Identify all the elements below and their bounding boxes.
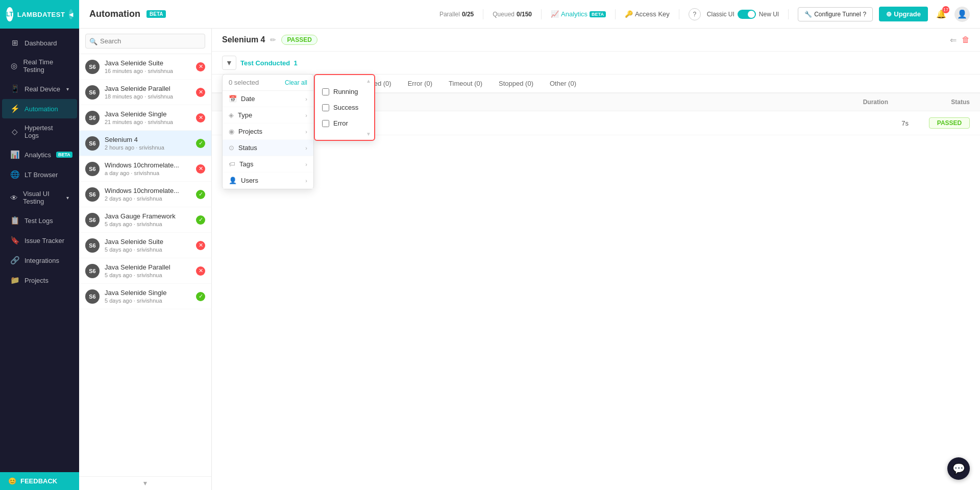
- upgrade-label: Upgrade: [894, 10, 921, 18]
- divider: [615, 9, 616, 19]
- logo-icon: LT: [6, 7, 13, 21]
- tab-stopped[interactable]: Stopped (0): [491, 75, 542, 93]
- sidebar-item-projects[interactable]: 📁 Projects: [2, 271, 77, 290]
- test-meta: 18 minutes ago · srivishnua: [105, 93, 191, 100]
- help-button[interactable]: ?: [689, 8, 701, 20]
- upgrade-plus-icon: ⊕: [886, 10, 892, 18]
- status-option-success[interactable]: Success: [315, 100, 374, 115]
- filter-users-label: Users: [241, 177, 258, 184]
- test-conducted-label: Test Conducted 1: [240, 59, 298, 67]
- list-item[interactable]: S6 Java Selenide Suite 5 days ago · sriv…: [79, 233, 211, 258]
- list-item[interactable]: S6 Selenium 4 2 hours ago · srivishnua ✓: [79, 131, 211, 156]
- edit-suite-button[interactable]: ✏: [270, 36, 276, 44]
- running-checkbox[interactable]: [322, 88, 329, 95]
- list-item[interactable]: S6 Java Selenide Single 5 days ago · sri…: [79, 284, 211, 309]
- sidebar-item-label: Visual UI Testing: [23, 190, 61, 205]
- filter-status-label: Status: [238, 144, 257, 152]
- analytics-line-icon: 📈: [551, 10, 559, 18]
- filter-users-item[interactable]: 👤 Users ›: [223, 173, 313, 189]
- sidebar-item-real-time-testing[interactable]: ◎ Real Time Testing: [2, 53, 77, 79]
- list-item[interactable]: S6 Windows 10chromelate... a day ago · s…: [79, 156, 211, 182]
- configure-tunnel-button[interactable]: 🔧 Configure Tunnel ?: [798, 7, 873, 21]
- col-status-header: Status: [909, 99, 970, 106]
- list-item[interactable]: S6 Java Selenide Single 21 minutes ago ·…: [79, 105, 211, 131]
- sidebar-item-dashboard[interactable]: ⊞ Dashboard: [2, 33, 77, 53]
- ui-toggle-area: Classic UI New UI: [707, 10, 779, 19]
- filter-type-label: Type: [238, 111, 252, 119]
- access-key-button[interactable]: 🔑 Access Key: [625, 10, 670, 18]
- upgrade-button[interactable]: ⊕ Upgrade: [879, 7, 928, 21]
- feedback-button[interactable]: 😊 FEEDBACK: [0, 472, 79, 490]
- sidebar-item-integrations[interactable]: 🔗 Integrations: [2, 251, 77, 270]
- sidebar-item-hypertest-logs[interactable]: ◇ Hypertest Logs: [2, 119, 77, 144]
- analytics-button[interactable]: 📈 Analytics BETA: [551, 10, 606, 18]
- status-dot: ✕: [196, 88, 205, 97]
- selected-count: 0 selected: [229, 79, 259, 86]
- filter-type-item[interactable]: ◈ Type ›: [223, 107, 313, 124]
- automation-icon: ⚡: [10, 104, 19, 113]
- test-meta: 2 days ago · srivishnua: [105, 195, 191, 202]
- filter-button[interactable]: ▼: [222, 56, 236, 70]
- list-item[interactable]: S6 Java Selenide Suite 16 minutes ago · …: [79, 54, 211, 80]
- filter-date-item[interactable]: 📅 Date ›: [223, 91, 313, 107]
- search-input[interactable]: [85, 34, 205, 48]
- error-checkbox[interactable]: [322, 120, 329, 127]
- list-item[interactable]: S6 Java Gauge Framework 5 days ago · sri…: [79, 207, 211, 233]
- user-icon: 👤: [957, 9, 967, 19]
- logo-text: LAMBDATEST: [17, 11, 65, 18]
- list-panel: 🔍 S6 Java Selenide Suite 16 minutes ago …: [79, 29, 212, 490]
- clear-all-button[interactable]: Clear all: [285, 79, 307, 86]
- tab-error[interactable]: Error (0): [400, 75, 440, 93]
- sidebar-item-real-device[interactable]: 📱 Real Device ▾: [2, 79, 77, 99]
- sidebar-item-test-logs[interactable]: 📋 Test Logs: [2, 211, 77, 230]
- share-button[interactable]: ⇐: [950, 35, 957, 45]
- avatar: S6: [85, 136, 100, 151]
- tab-timeout[interactable]: Timeout (0): [440, 75, 491, 93]
- test-meta: 5 days ago · srivishnua: [105, 221, 191, 227]
- sidebar-item-analytics[interactable]: 📊 Analytics BETA: [2, 145, 77, 164]
- list-item[interactable]: S6 Java Selenide Parallel 18 minutes ago…: [79, 80, 211, 105]
- lt-browser-icon: 🌐: [10, 170, 19, 179]
- analytics-label: Analytics: [561, 10, 587, 18]
- col-duration-header: Duration: [847, 99, 909, 106]
- analytics-icon: 📊: [10, 150, 19, 159]
- filter-projects-label: Projects: [238, 128, 262, 135]
- parallel-label: Parallel: [439, 11, 460, 18]
- chat-widget-button[interactable]: 💬: [947, 457, 970, 480]
- test-meta: 2 hours ago · srivishnua: [105, 144, 191, 151]
- list-scroll-down-button[interactable]: ▼: [79, 476, 211, 490]
- test-name: Java Selenide Single: [105, 289, 191, 297]
- tab-other[interactable]: Other (0): [542, 75, 584, 93]
- sidebar-item-issue-tracker[interactable]: 🔖 Issue Tracker: [2, 231, 77, 250]
- divider: [483, 9, 483, 19]
- queued-label: Queued: [493, 11, 514, 18]
- status-option-running[interactable]: Running: [315, 84, 374, 100]
- filter-status-item[interactable]: ⊙ Status ›: [223, 140, 313, 156]
- chevron-right-icon: ›: [305, 129, 307, 135]
- sidebar-item-lt-browser[interactable]: 🌐 LT Browser: [2, 165, 77, 184]
- filter-tags-item[interactable]: 🏷 Tags ›: [223, 156, 313, 173]
- delete-button[interactable]: 🗑: [962, 35, 970, 44]
- sidebar-item-visual-ui-testing[interactable]: 👁 Visual UI Testing ▾: [2, 185, 77, 210]
- integrations-icon: 🔗: [10, 256, 19, 265]
- new-ui-label: New UI: [759, 11, 779, 18]
- collapse-sidebar-button[interactable]: ◀: [69, 9, 73, 19]
- chat-icon: 💬: [952, 462, 965, 475]
- chevron-right-icon: ›: [305, 178, 307, 184]
- suite-header: Selenium 4 ✏ PASSED ⇐ 🗑: [212, 29, 980, 52]
- analytics-beta-badge: BETA: [56, 152, 72, 158]
- list-item[interactable]: S6 Java Selenide Parallel 5 days ago · s…: [79, 258, 211, 284]
- projects-icon: ◉: [229, 128, 234, 135]
- real-time-testing-icon: ◎: [10, 61, 18, 70]
- status-dot: ✕: [196, 241, 205, 250]
- filter-projects-item[interactable]: ◉ Projects ›: [223, 124, 313, 140]
- ui-toggle-switch[interactable]: [738, 10, 756, 19]
- sidebar-item-automation[interactable]: ⚡ Automation: [2, 99, 77, 118]
- status-option-error[interactable]: Error: [315, 115, 374, 131]
- logo-area[interactable]: LT LAMBDATEST ◀: [0, 0, 79, 29]
- page-title: Automation: [89, 9, 140, 19]
- list-item[interactable]: S6 Windows 10chromelate... 2 days ago · …: [79, 182, 211, 207]
- user-avatar[interactable]: 👤: [954, 7, 970, 22]
- success-checkbox[interactable]: [322, 104, 329, 111]
- notification-button[interactable]: 🔔 17: [934, 7, 948, 21]
